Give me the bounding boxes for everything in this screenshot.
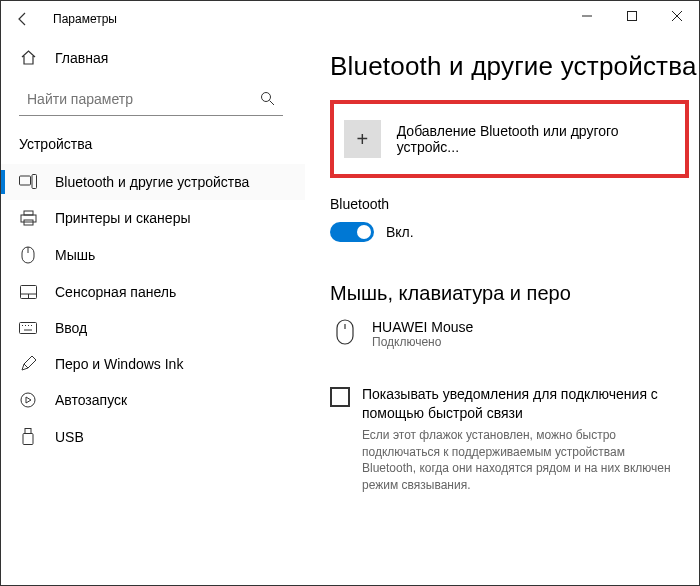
search-box[interactable] xyxy=(19,82,283,116)
window-controls xyxy=(564,1,699,31)
svg-rect-23 xyxy=(25,429,31,434)
nav-label: USB xyxy=(55,429,84,445)
nav-mouse[interactable]: Мышь xyxy=(1,236,305,274)
devices-icon xyxy=(19,174,37,190)
nav-autoplay[interactable]: Автозапуск xyxy=(1,382,305,418)
nav-typing[interactable]: Ввод xyxy=(1,310,305,346)
mouse-device-icon xyxy=(334,319,356,345)
sidebar: Главная Устройства Bluetooth и другие ус… xyxy=(1,37,306,585)
add-device-label: Добавление Bluetooth или другого устройс… xyxy=(397,123,675,155)
bluetooth-toggle[interactable] xyxy=(330,222,374,242)
search-icon xyxy=(260,91,275,106)
bluetooth-state: Вкл. xyxy=(386,224,414,240)
section-mouse-keyboard: Мышь, клавиатура и перо xyxy=(330,282,699,305)
nav-usb[interactable]: USB xyxy=(1,418,305,456)
window-title: Параметры xyxy=(39,12,117,26)
printer-icon xyxy=(19,210,37,226)
svg-rect-1 xyxy=(627,12,636,21)
usb-icon xyxy=(19,428,37,446)
maximize-button[interactable] xyxy=(609,1,654,31)
sidebar-section: Устройства xyxy=(1,126,305,164)
svg-rect-7 xyxy=(32,175,37,189)
swift-pair-checkbox[interactable] xyxy=(330,387,350,407)
bluetooth-label: Bluetooth xyxy=(330,196,699,212)
svg-rect-25 xyxy=(337,320,353,344)
svg-rect-8 xyxy=(21,215,36,222)
back-button[interactable] xyxy=(15,11,39,27)
svg-rect-24 xyxy=(23,434,33,445)
touchpad-icon xyxy=(19,285,37,299)
minimize-button[interactable] xyxy=(564,1,609,31)
add-device-button[interactable]: + Добавление Bluetooth или другого устро… xyxy=(330,100,689,178)
page-title: Bluetooth и другие устройства xyxy=(330,51,699,82)
content-pane: Bluetooth и другие устройства + Добавлен… xyxy=(306,37,699,585)
autoplay-icon xyxy=(19,392,37,408)
home-label: Главная xyxy=(55,50,108,66)
device-status: Подключено xyxy=(372,335,473,349)
home-icon xyxy=(19,49,37,66)
mouse-icon xyxy=(19,246,37,264)
nav-pen[interactable]: Перо и Windows Ink xyxy=(1,346,305,382)
nav-printers[interactable]: Принтеры и сканеры xyxy=(1,200,305,236)
home-nav[interactable]: Главная xyxy=(1,41,305,74)
svg-rect-16 xyxy=(20,323,37,334)
search-input[interactable] xyxy=(27,91,260,107)
svg-rect-9 xyxy=(24,211,33,215)
close-button[interactable] xyxy=(654,1,699,31)
nav-label: Сенсорная панель xyxy=(55,284,176,300)
nav-bluetooth[interactable]: Bluetooth и другие устройства xyxy=(1,164,305,200)
nav-label: Ввод xyxy=(55,320,87,336)
checkbox-label: Показывать уведомления для подключения с… xyxy=(362,385,681,423)
nav-touchpad[interactable]: Сенсорная панель xyxy=(1,274,305,310)
nav-label: Принтеры и сканеры xyxy=(55,210,190,226)
keyboard-icon xyxy=(19,322,37,334)
svg-line-5 xyxy=(270,101,275,106)
svg-rect-6 xyxy=(20,176,31,185)
nav-label: Перо и Windows Ink xyxy=(55,356,183,372)
checkbox-description: Если этот флажок установлен, можно быстр… xyxy=(362,427,681,494)
nav-label: Мышь xyxy=(55,247,95,263)
nav-label: Bluetooth и другие устройства xyxy=(55,174,249,190)
svg-point-4 xyxy=(262,93,271,102)
svg-point-22 xyxy=(21,393,35,407)
device-name: HUAWEI Mouse xyxy=(372,319,473,335)
pen-icon xyxy=(19,356,37,372)
nav-label: Автозапуск xyxy=(55,392,127,408)
device-item[interactable]: HUAWEI Mouse Подключено xyxy=(330,319,699,349)
plus-icon: + xyxy=(344,120,381,158)
